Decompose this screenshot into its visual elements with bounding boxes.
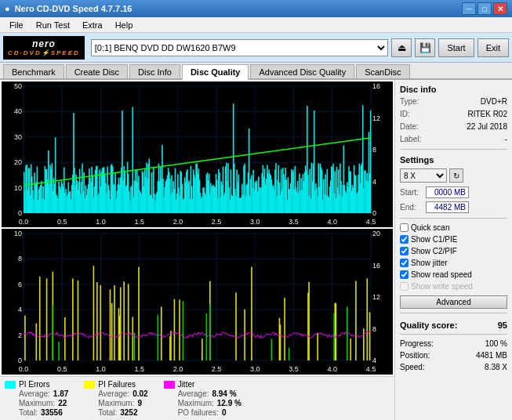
settings-speed-row: 8 X ↻ (400, 168, 507, 183)
pi-failures-max-value: 9 (137, 399, 142, 407)
pi-errors-max-value: 22 (58, 399, 67, 407)
show-c1-row: Show C1/PIE (400, 235, 507, 244)
quality-score-row: Quality score: 95 (400, 320, 507, 330)
legend-jitter: Jitter Average: 8.94 % Maximum: 12.9 % P… (164, 380, 241, 417)
show-c1-checkbox[interactable] (400, 235, 409, 244)
show-c2-checkbox[interactable] (400, 247, 409, 255)
menu-help[interactable]: Help (109, 17, 140, 32)
position-label: Position: (400, 351, 430, 360)
id-label: ID: (400, 109, 410, 120)
tab-advanced-disc-quality[interactable]: Advanced Disc Quality (250, 64, 354, 78)
settings-refresh-btn[interactable]: ↻ (449, 168, 463, 183)
tab-bar: Benchmark Create Disc Disc Info Disc Qua… (0, 63, 512, 80)
jitter-max-value: 12.9 % (217, 399, 241, 407)
quality-score-value: 95 (498, 320, 507, 330)
pi-failures-avg-value: 0.02 (133, 389, 147, 398)
pi-errors-max-label: Maximum: (19, 399, 55, 407)
pi-errors-total-value: 33556 (41, 408, 63, 417)
speed-select[interactable]: 8 X (400, 168, 447, 183)
settings-title: Settings (400, 155, 507, 165)
close-button[interactable]: ✕ (493, 2, 507, 15)
jitter-avg-label: Average: (178, 389, 209, 398)
show-c2-label: Show C2/PIF (411, 247, 457, 255)
show-jitter-label: Show jitter (411, 259, 448, 267)
tab-create-disc[interactable]: Create Disc (66, 64, 128, 78)
jitter-max-label: Maximum: (178, 399, 214, 407)
jitter-color-box (164, 381, 175, 389)
progress-label: Progress: (400, 339, 434, 348)
tab-disc-info[interactable]: Disc Info (129, 64, 180, 78)
title-bar-left: ● Nero CD-DVD Speed 4.7.7.16 (5, 4, 132, 13)
pi-failures-color-box (84, 381, 95, 389)
pi-errors-avg-label: Average: (19, 389, 50, 398)
nero-logo: nero CD·DVD⚡SPEED (3, 36, 85, 60)
tab-scandisc[interactable]: ScanDisc (356, 64, 409, 78)
pi-errors-avg-value: 1.87 (53, 389, 68, 398)
drive-select[interactable]: [0:1] BENQ DVD DD DW1620 B7W9 (91, 39, 389, 56)
show-write-speed-row: Show write speed (400, 282, 507, 291)
menu-bar: File Run Test Extra Help (0, 17, 512, 33)
end-label: End: (400, 203, 423, 212)
legend-pi-errors: PI Errors Average: 1.87 Maximum: 22 Tota… (5, 380, 68, 417)
menu-extra[interactable]: Extra (76, 17, 109, 32)
show-read-speed-label: Show read speed (411, 270, 472, 279)
chart1-container (2, 81, 393, 227)
show-c2-row: Show C2/PIF (400, 247, 507, 255)
id-value: RITEK R02 (467, 109, 507, 120)
title-bar: ● Nero CD-DVD Speed 4.7.7.16 ─ □ ✕ (0, 0, 512, 17)
start-value: 0000 MB (426, 186, 469, 198)
main-content: PI Errors Average: 1.87 Maximum: 22 Tota… (0, 80, 512, 420)
divider4 (400, 334, 507, 335)
chart2-canvas (2, 229, 393, 375)
tab-disc-quality[interactable]: Disc Quality (182, 64, 249, 80)
show-write-speed-checkbox[interactable] (400, 282, 409, 291)
maximize-button[interactable]: □ (478, 2, 492, 15)
speed-value: 8.38 X (485, 363, 507, 371)
disc-label-value: - (505, 134, 507, 145)
legend-pi-failures: PI Failures Average: 0.02 Maximum: 9 Tot… (84, 380, 147, 417)
disc-label-label: Label: (400, 134, 421, 145)
show-read-speed-checkbox[interactable] (400, 270, 409, 279)
menu-file[interactable]: File (3, 17, 30, 32)
speed-row: Speed: 8.38 X (400, 363, 507, 371)
exit-button[interactable]: Exit (478, 38, 509, 57)
show-jitter-row: Show jitter (400, 259, 507, 267)
jitter-avg-value: 8.94 % (212, 389, 236, 398)
type-label: Type: (400, 96, 419, 107)
show-jitter-checkbox[interactable] (400, 259, 409, 267)
progress-row: Progress: 100 % (400, 339, 507, 348)
end-mb-row: End: 4482 MB (400, 201, 507, 213)
menu-run-test[interactable]: Run Test (30, 17, 76, 32)
quality-score-label: Quality score: (400, 320, 457, 330)
type-value: DVD+R (481, 96, 507, 107)
legend-area: PI Errors Average: 1.87 Maximum: 22 Tota… (0, 376, 394, 420)
divider1 (400, 149, 507, 150)
date-label: Date: (400, 121, 419, 132)
save-icon-btn[interactable]: 💾 (415, 38, 435, 57)
position-row: Position: 4481 MB (400, 351, 507, 360)
app-icon: ● (5, 4, 10, 13)
info-panel: Disc info Type: DVD+R ID: RITEK R02 Date… (394, 80, 512, 420)
start-label: Start: (400, 188, 423, 197)
pi-failures-total-value: 3252 (120, 408, 137, 417)
start-mb-row: Start: 0000 MB (400, 186, 507, 198)
quick-scan-checkbox[interactable] (400, 223, 409, 232)
advanced-button[interactable]: Advanced (400, 295, 507, 309)
position-value: 4481 MB (476, 351, 507, 360)
jitter-title: Jitter (178, 380, 195, 389)
toolbar: nero CD·DVD⚡SPEED [0:1] BENQ DVD DD DW16… (0, 33, 512, 63)
quick-scan-label: Quick scan (411, 223, 449, 232)
show-write-speed-label: Show write speed (411, 282, 473, 291)
pi-failures-max-label: Maximum: (98, 399, 134, 407)
eject-icon-btn[interactable]: ⏏ (391, 38, 412, 57)
minimize-button[interactable]: ─ (462, 2, 476, 15)
start-button[interactable]: Start (438, 38, 474, 57)
end-value: 4482 MB (426, 201, 469, 213)
tab-benchmark[interactable]: Benchmark (3, 64, 64, 78)
speed-label: Speed: (400, 363, 425, 371)
title-bar-controls: ─ □ ✕ (462, 2, 507, 15)
jitter-po-value: 0 (222, 408, 227, 417)
chart2-container (2, 229, 393, 375)
show-read-speed-row: Show read speed (400, 270, 507, 279)
show-c1-label: Show C1/PIE (411, 235, 457, 244)
